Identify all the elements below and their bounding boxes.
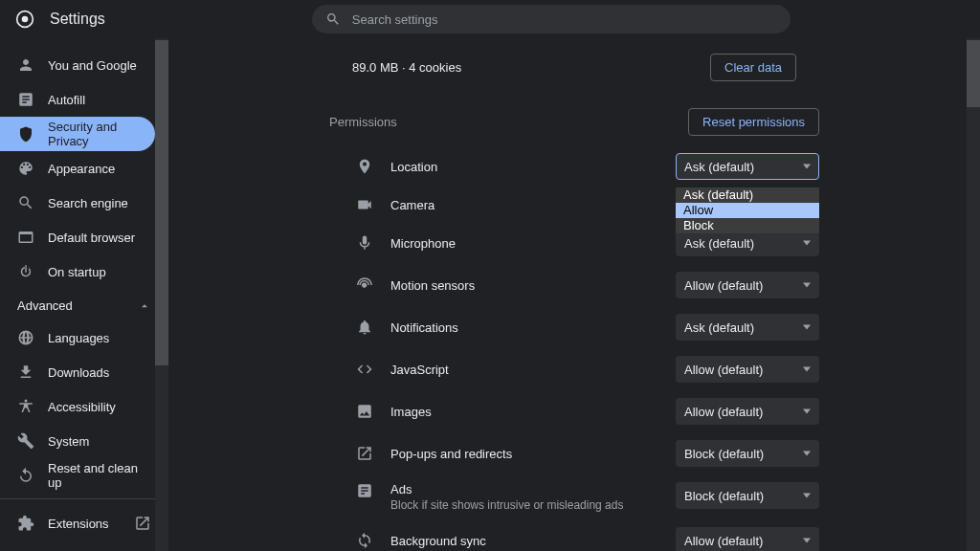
permission-dropdown: Ask (default)AllowBlock	[676, 187, 819, 233]
permission-select-microphone[interactable]: Ask (default)	[676, 230, 819, 256]
permission-row-javascript: JavaScriptAllow (default)	[329, 348, 819, 390]
location-icon	[356, 158, 373, 175]
permission-select-pop-ups-and-redirects[interactable]: Block (default)	[676, 440, 819, 467]
permission-select-location[interactable]: Ask (default)	[676, 153, 819, 180]
permission-select-javascript[interactable]: Allow (default)	[676, 356, 819, 383]
code-icon	[356, 361, 373, 378]
sidebar-item-label: Security and Privacy	[48, 120, 138, 148]
camera-icon	[356, 196, 373, 213]
sidebar-item-on-startup[interactable]: On startup	[0, 254, 155, 289]
select-value: Allow (default)	[684, 534, 763, 548]
sidebar-item-reset-and-clean-up[interactable]: Reset and clean up	[0, 458, 155, 493]
shield-icon	[17, 125, 34, 143]
chevron-down-icon	[803, 409, 811, 414]
search-box[interactable]	[312, 5, 791, 33]
sidebar-item-system[interactable]: System	[0, 424, 155, 458]
chevron-down-icon	[803, 165, 811, 169]
sidebar-item-downloads[interactable]: Downloads	[0, 355, 155, 389]
extension-icon	[17, 515, 34, 532]
appearance-icon	[17, 160, 34, 177]
launch-icon	[134, 515, 151, 532]
sidebar-extensions[interactable]: Extensions	[0, 505, 168, 541]
permission-row-pop-ups-and-redirects: Pop-ups and redirectsBlock (default)	[329, 432, 819, 474]
select-value: Allow (default)	[684, 405, 763, 419]
mic-icon	[356, 234, 373, 252]
chevron-down-icon	[803, 283, 811, 288]
usage-text: 89.0 MB · 4 cookies	[352, 60, 461, 75]
permission-row-background-sync: Background syncAllow (default)	[329, 519, 819, 551]
sidebar-item-default-browser[interactable]: Default browser	[0, 220, 155, 254]
permission-row-location: LocationAsk (default)Ask (default)AllowB…	[329, 145, 819, 187]
download-icon	[17, 364, 34, 381]
browser-icon	[17, 229, 34, 246]
top-bar: Settings	[0, 0, 980, 38]
sidebar-item-appearance[interactable]: Appearance	[0, 151, 155, 186]
select-value: Block (default)	[684, 447, 764, 461]
sidebar-advanced-header[interactable]: Advanced	[0, 289, 168, 320]
wrench-icon	[17, 432, 34, 450]
permission-select-ads[interactable]: Block (default)	[676, 482, 819, 509]
permission-select-motion-sensors[interactable]: Allow (default)	[676, 272, 819, 298]
main-scrollbar[interactable]	[967, 38, 980, 551]
search-input[interactable]	[352, 12, 777, 27]
sidebar-item-label: Accessibility	[48, 400, 116, 414]
extensions-label: Extensions	[48, 517, 109, 531]
ads-icon	[356, 482, 373, 499]
sidebar-item-languages[interactable]: Languages	[0, 320, 155, 355]
sidebar-item-label: On startup	[48, 265, 106, 279]
reset-icon	[17, 467, 34, 484]
permission-select-images[interactable]: Allow (default)	[676, 398, 819, 425]
sidebar-item-accessibility[interactable]: Accessibility	[0, 389, 155, 424]
sidebar-item-you-and-google[interactable]: You and Google	[0, 48, 155, 82]
clear-data-button[interactable]: Clear data	[710, 54, 796, 81]
sidebar-item-security-and-privacy[interactable]: Security and Privacy	[0, 117, 155, 151]
dropdown-option[interactable]: Block	[676, 218, 819, 233]
select-value: Block (default)	[684, 489, 764, 503]
select-value: Ask (default)	[684, 160, 754, 174]
sidebar-item-autofill[interactable]: Autofill	[0, 82, 155, 117]
permission-label: Images	[390, 405, 658, 419]
select-value: Allow (default)	[684, 363, 763, 377]
dropdown-option[interactable]: Ask (default)	[676, 187, 819, 203]
permission-row-motion-sensors: Motion sensorsAllow (default)	[329, 264, 819, 306]
main-scrollbar-thumb[interactable]	[967, 40, 980, 107]
chrome-logo-icon	[15, 10, 34, 29]
sidebar-item-label: Reset and clean up	[48, 461, 138, 490]
chevron-down-icon	[803, 367, 811, 372]
main-content: 89.0 MB · 4 cookies Clear data Permissio…	[168, 38, 980, 551]
permission-select-notifications[interactable]: Ask (default)	[676, 314, 819, 341]
search-icon	[325, 11, 341, 27]
search-icon	[17, 194, 34, 211]
reset-permissions-button[interactable]: Reset permissions	[688, 108, 819, 136]
permission-sublabel: Block if site shows intrusive or mislead…	[390, 498, 658, 512]
permission-label: Location	[390, 160, 658, 174]
person-icon	[17, 56, 34, 74]
permission-label: AdsBlock if site shows intrusive or misl…	[390, 482, 658, 512]
permission-row-notifications: NotificationsAsk (default)	[329, 306, 819, 348]
permission-select-background-sync[interactable]: Allow (default)	[676, 527, 819, 551]
sidebar-scrollbar-thumb[interactable]	[155, 40, 168, 365]
advanced-label: Advanced	[17, 298, 73, 313]
permission-label: Notifications	[390, 320, 658, 335]
sidebar-scrollbar[interactable]	[155, 38, 168, 551]
sidebar: You and GoogleAutofillSecurity and Priva…	[0, 38, 168, 551]
sidebar-item-label: Search engine	[48, 196, 128, 210]
divider	[0, 498, 168, 499]
permission-label: Background sync	[390, 534, 658, 548]
sidebar-item-label: Default browser	[48, 231, 135, 245]
popup-icon	[356, 445, 373, 462]
autofill-icon	[17, 91, 34, 108]
chevron-down-icon	[803, 494, 811, 498]
sidebar-item-label: You and Google	[48, 58, 137, 73]
power-icon	[17, 263, 34, 280]
select-value: Allow (default)	[684, 278, 763, 293]
sidebar-item-search-engine[interactable]: Search engine	[0, 186, 155, 220]
bell-icon	[356, 319, 373, 336]
permission-label: Microphone	[390, 236, 658, 251]
dropdown-option[interactable]: Allow	[676, 203, 819, 218]
permission-label: Camera	[390, 198, 658, 212]
chevron-up-icon	[138, 299, 151, 313]
permissions-heading: Permissions	[329, 115, 397, 129]
image-icon	[356, 403, 373, 420]
select-value: Ask (default)	[684, 320, 754, 335]
